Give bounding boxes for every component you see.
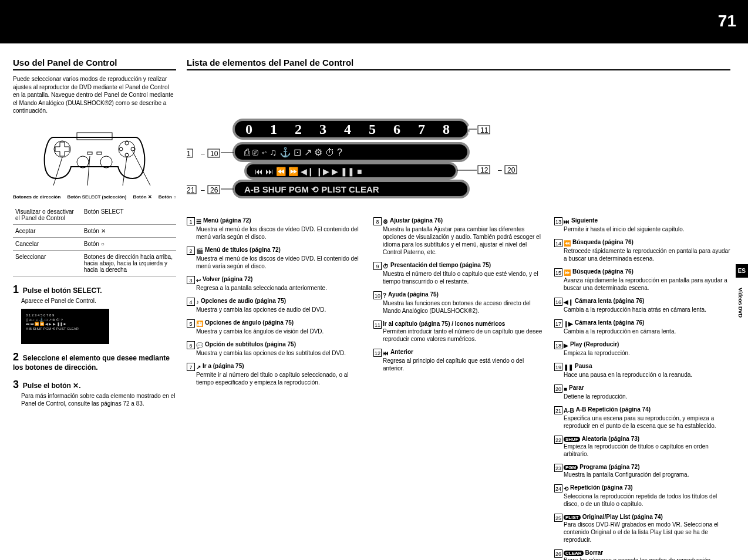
item-number: 9 [373, 262, 382, 270]
item-number: 15 [554, 268, 562, 276]
label-x: Botón ✕ [133, 195, 151, 200]
item-title: A-BA-B Repetición (página 74) [564, 406, 730, 414]
item-desc: Permiten introducir tanto el número de u… [383, 328, 544, 343]
item-desc: Hace una pausa en la reproducción o la r… [564, 371, 730, 379]
item-desc: Retrocede rápidamente la reproducción en… [564, 247, 730, 262]
plist-icon: PLIST [564, 515, 581, 520]
item-title: 🎦Opciones de ángulo (página 75) [196, 319, 363, 327]
svg-text:10: 10 [210, 150, 218, 158]
panel-item-3: 3↩Volver (página 72)Regresa a la pantall… [187, 276, 363, 292]
svg-text:⎙ ⎚ ↩ ♫ ⚓ ⊡ ↗ ⚙ ⏱ ?: ⎙ ⎚ ↩ ♫ ⚓ ⊡ ↗ ⚙ ⏱ ? [244, 147, 342, 158]
svg-text:–: – [201, 150, 205, 158]
item-title: ❙▶Cámara lenta (página 76) [564, 319, 730, 327]
tbl-r3-a: Seleccionar [13, 251, 82, 276]
svg-text:26: 26 [210, 186, 218, 194]
return-icon: ↩ [196, 277, 201, 284]
item-desc: Regresa a la pantalla seleccionada anter… [196, 284, 363, 292]
svg-text:0 1 2 3 4 5 6 7 8 9: 0 1 2 3 4 5 6 7 8 9 [245, 122, 481, 137]
item-title: SHUFAleatoria (página 73) [564, 436, 730, 442]
step-2-title: Seleccione el elemento que desee mediant… [13, 354, 170, 372]
gear-icon: ⚙ [383, 218, 388, 225]
step-1-title: Pulse el botón SELECT. [23, 286, 102, 295]
tbl-r2-a: Cancelar [13, 238, 82, 251]
label-dpad: Botones de dirección [13, 195, 60, 200]
control-panel-diagram: 1 – 10 21 – 26 11 12 – 20 0 1 2 3 4 5 6 … [187, 80, 730, 203]
panel-item-23: 23PGMPrograma (página 72)Muestra la pant… [554, 464, 730, 478]
step-1-desc: Aparece el Panel de Control. [21, 297, 176, 305]
item-number: 24 [554, 484, 562, 492]
ffwd-icon: ⏩ [564, 269, 571, 276]
tbl-r1-b: Botón ✕ [82, 225, 176, 238]
item-number: 17 [554, 319, 562, 328]
panel-item-20: 20■PararDetiene la reproducción. [554, 384, 730, 400]
shuf-icon: SHUF [564, 437, 580, 442]
language-badge: ES [736, 264, 748, 278]
panel-item-6: 6💬Opción de subtítulos (página 75)Muestr… [187, 341, 363, 357]
item-title: ⏭Siguiente [564, 217, 730, 225]
panel-item-9: 9⏱Presentación del tiempo (página 75)Mue… [373, 262, 544, 285]
svg-rect-10 [97, 152, 102, 154]
item-number: 16 [554, 298, 562, 306]
panel-item-13: 13⏭SiguientePermite ir hasta el inicio d… [554, 217, 730, 233]
item-number: 8 [373, 217, 382, 225]
item-number: 12 [373, 349, 382, 357]
item-number: 3 [187, 276, 195, 284]
repeat-icon: ⟲ [564, 485, 568, 492]
step-3-num: 3 [13, 379, 19, 391]
clap-icon: 🎬 [196, 248, 203, 254]
panel-item-5: 5🎦Opciones de ángulo (página 75)Muestra … [187, 319, 363, 335]
item-title: ⏮Anterior [383, 349, 544, 356]
item-title: ↩Volver (página 72) [196, 276, 363, 284]
svg-rect-9 [87, 152, 92, 154]
item-number: 13 [554, 217, 562, 225]
panel-item-26: 26CLEARBorrarBorra los números o cancela… [554, 549, 730, 560]
panel-item-10: 10?Ayuda (página 75)Muestra las funcione… [373, 291, 544, 315]
goto-icon: ↗ [196, 364, 201, 370]
stop-icon: ■ [564, 386, 567, 392]
item-title: ♪Opciones de audio (página 75) [196, 298, 363, 305]
item-desc: Muestra las funciones con botones de acc… [383, 299, 544, 315]
label-select: Botón SELECT (selección) [67, 195, 126, 200]
items-column-a: 1☰Menú (página 72)Muestra el menú de los… [187, 217, 363, 560]
svg-line-11 [53, 157, 62, 185]
menu-icon: ☰ [196, 218, 201, 225]
item-title: Ir al capítulo (página 75) / Iconos numé… [383, 321, 544, 327]
item-title: ⏱Presentación del tiempo (página 75) [383, 262, 544, 269]
item-title: PGMPrograma (página 72) [564, 464, 730, 470]
tbl-r3-b: Botones de dirección hacia arriba, hacia… [82, 251, 176, 276]
next-icon: ⏭ [564, 218, 570, 225]
panel-item-1: 1☰Menú (página 72)Muestra el menú de los… [187, 217, 363, 241]
slowrev-icon: ◀❙ [564, 299, 573, 305]
svg-text:–: – [498, 166, 502, 174]
item-number: 22 [554, 436, 562, 444]
item-desc: Borra los números o cancela los modos de… [564, 556, 730, 560]
panel-item-22: 22SHUFAleatoria (página 73)Empieza la re… [554, 436, 730, 458]
svg-point-1 [54, 141, 70, 157]
item-desc: Permite ir hasta el inicio del siguiente… [564, 225, 730, 233]
item-number: 7 [187, 363, 195, 371]
controller-diagram [13, 120, 176, 191]
svg-text:12: 12 [480, 166, 488, 174]
svg-rect-0 [77, 133, 112, 140]
svg-text:20: 20 [507, 166, 515, 174]
item-number: 25 [554, 514, 562, 522]
item-title: ▶Play (Reproducir) [564, 341, 730, 349]
item-number: 5 [187, 319, 195, 328]
item-number: 21 [554, 406, 562, 414]
item-title: ■Parar [564, 384, 730, 392]
clear-icon: CLEAR [564, 551, 584, 556]
item-desc: Permite ir al número del título o capítu… [196, 371, 363, 386]
item-number: 11 [373, 321, 382, 329]
item-desc: Muestra la pantalla Ajustar para cambiar… [383, 225, 544, 256]
item-desc: Avanza rápidamente la reproducción en pa… [564, 276, 730, 292]
tbl-r1-a: Aceptar [13, 225, 82, 238]
item-title: ⏩Búsqueda (página 76) [564, 268, 730, 276]
item-desc: Empieza la reproducción. [564, 349, 730, 357]
svg-point-5 [119, 147, 123, 151]
note-icon: ♪ [196, 299, 199, 305]
item-desc: Cambia a la reproducción hacia atrás en … [564, 306, 730, 313]
svg-point-2 [119, 141, 135, 157]
step-2: 2 Seleccione el elemento que desee media… [13, 351, 176, 372]
mini-panel-preview: 0 1 2 3 4 5 6 7 8 9 ⎙ ⎚ ↩ ♫ ⚓ ⊡ ↗ ⚙ ⏱ ? … [21, 309, 109, 344]
item-desc: Empieza la reproducción de títulos o cap… [564, 443, 730, 458]
